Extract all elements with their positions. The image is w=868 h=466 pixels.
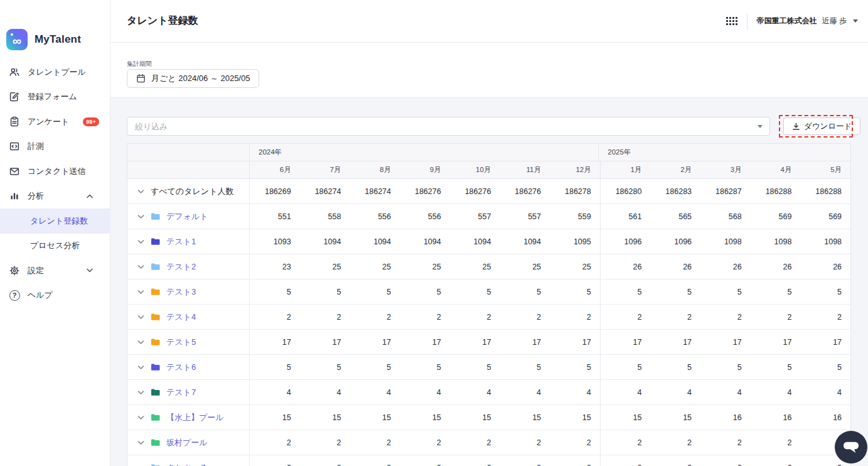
value-cell: 186287 [700, 179, 751, 203]
sidebar-item-settings[interactable]: 設定 [0, 258, 110, 283]
row-label-link[interactable]: テスト7 [166, 387, 196, 398]
value-cell: 186280 [600, 179, 651, 203]
value-cell: 2 [500, 305, 550, 329]
sidebar-item-measurement[interactable]: 計測 [0, 134, 110, 160]
sidebar-item-talent-registrations[interactable]: タレント登録数 [0, 209, 110, 234]
row-label-cell: テスト7 [127, 380, 250, 404]
sidebar-item-label: タレント登録数 [30, 215, 88, 227]
sidebar-item-talent-pool[interactable]: タレントプール [0, 60, 110, 85]
value-cell: 17 [751, 330, 801, 354]
value-cell: 5 [751, 355, 801, 379]
row-expand-chevron-icon[interactable] [137, 415, 144, 420]
value-cell: 17 [350, 330, 400, 354]
row-label-link[interactable]: さかぷーる [166, 462, 208, 466]
brand: ∞ MyTalent [6, 29, 81, 50]
value-cell: 1093 [250, 229, 300, 254]
row-expand-chevron-icon[interactable] [137, 440, 144, 445]
value-cell: 16 [700, 405, 751, 430]
row-label-cell: すべてのタレント人数 [127, 179, 250, 203]
row-label-link[interactable]: テスト4 [166, 312, 196, 323]
filter-input[interactable] [127, 117, 769, 135]
month-header: 12月 [550, 161, 600, 178]
chevron-down-icon [87, 268, 93, 273]
row-expand-chevron-icon[interactable] [137, 189, 144, 194]
table-row: テスト1109310941094109410941094109510961096… [127, 229, 850, 254]
value-cell: 5 [500, 355, 550, 379]
value-cell: 17 [450, 330, 500, 354]
row-expand-chevron-icon[interactable] [137, 365, 144, 370]
unread-count-badge: 99+ [83, 117, 99, 126]
row-expand-chevron-icon[interactable] [137, 264, 144, 269]
value-cell: 15 [500, 405, 550, 430]
sidebar-item-analysis[interactable]: 分析 [0, 184, 110, 209]
sidebar-item-registration-form[interactable]: 登録フォーム [0, 85, 110, 110]
month-header: 1月 [600, 161, 651, 178]
value-cell: 5 [650, 355, 700, 379]
table-month-header-row: 6月7月8月9月10月11月12月1月2月3月4月5月 [127, 161, 850, 179]
row-label-link[interactable]: テスト1 [166, 236, 196, 247]
folder-icon [151, 237, 160, 246]
value-cell: 5 [250, 279, 300, 304]
row-expand-chevron-icon[interactable] [137, 290, 144, 295]
filter-caret-icon[interactable] [758, 125, 763, 128]
row-label-link[interactable]: テスト5 [166, 337, 196, 348]
value-cell: 6 [751, 455, 801, 466]
table-row: 坂村プール222222222222 [127, 430, 850, 455]
row-label-link[interactable]: 【水上】プール [166, 412, 224, 423]
month-header: 2月 [650, 161, 700, 178]
value-cell: 17 [800, 330, 850, 354]
value-cell: 5 [550, 355, 600, 379]
row-expand-chevron-icon[interactable] [137, 315, 144, 320]
period-label: 集計期間 [127, 60, 152, 68]
row-label-cell: デフォルト [127, 204, 250, 229]
value-cell: 5 [751, 279, 801, 304]
value-cell: 5 [500, 279, 550, 304]
value-cell: 5 [450, 279, 500, 304]
month-header: 5月 [800, 161, 850, 178]
table-row: すべてのタレント人数186269186274186274186276186276… [127, 179, 850, 204]
sidebar-item-help[interactable]: ?ヘルプ [0, 283, 110, 308]
row-expand-chevron-icon[interactable] [137, 214, 144, 219]
value-cell: 6 [700, 455, 751, 466]
row-label-link[interactable]: テスト3 [166, 286, 196, 298]
sidebar-item-contact-send[interactable]: コンタクト送信 [0, 159, 110, 184]
apps-grid-icon[interactable] [726, 17, 737, 25]
chat-launcher-button[interactable] [835, 431, 867, 463]
value-cell: 5 [300, 355, 350, 379]
row-expand-chevron-icon[interactable] [137, 390, 144, 395]
table-corner-cell [127, 144, 250, 161]
month-header: 3月 [700, 161, 751, 178]
month-header: 6月 [250, 161, 300, 178]
row-label-link[interactable]: 坂村プール [166, 437, 208, 448]
value-cell: 5 [700, 279, 751, 304]
brand-name: MyTalent [35, 33, 81, 46]
period-range-button[interactable]: 月ごと 2024/06 ～ 2025/05 [127, 69, 259, 88]
sidebar-item-survey[interactable]: アンケート99+ [0, 109, 110, 134]
form-icon [9, 91, 20, 102]
sidebar-item-process-analysis[interactable]: プロセス分析 [0, 234, 110, 259]
value-cell: 17 [600, 330, 651, 354]
row-label-cell: テスト6 [127, 355, 250, 379]
value-cell: 17 [300, 330, 350, 354]
row-expand-chevron-icon[interactable] [137, 340, 144, 345]
mytalent-logo-icon: ∞ [6, 29, 28, 50]
row-expand-chevron-icon[interactable] [137, 239, 144, 244]
folder-icon [151, 413, 160, 421]
table-row: テスト5171717171717171717171717 [127, 330, 850, 355]
value-cell: 5 [650, 279, 700, 304]
value-cell: 4 [250, 380, 300, 404]
value-cell: 16 [751, 405, 801, 430]
value-cell: 1096 [600, 229, 651, 254]
row-label-link[interactable]: テスト6 [166, 362, 196, 373]
download-button[interactable]: ダウンロード [783, 117, 860, 135]
account-menu[interactable]: 帝国重工株式会社 近藤 歩 [757, 16, 858, 26]
value-cell: 15 [550, 405, 600, 430]
row-label-cell: テスト5 [127, 330, 250, 354]
value-cell: 5 [300, 279, 350, 304]
row-label-link[interactable]: テスト2 [166, 261, 196, 273]
value-cell: 558 [300, 204, 350, 229]
value-cell: 1096 [650, 229, 700, 254]
value-cell: 2 [350, 430, 400, 455]
row-label-link[interactable]: デフォルト [166, 211, 208, 222]
value-cell: 556 [400, 204, 450, 229]
